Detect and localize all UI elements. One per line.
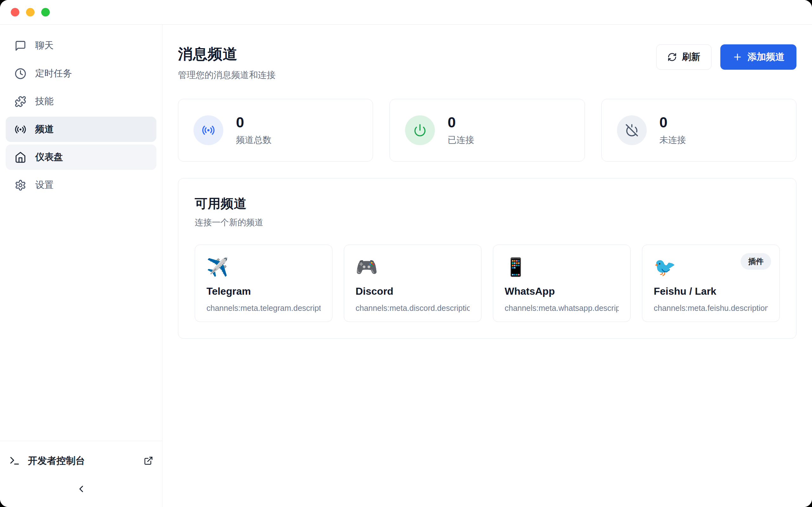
channel-name: Feishu / Lark xyxy=(654,285,768,297)
main-content: 消息频道 管理您的消息频道和连接 刷新 添加频道 xyxy=(162,25,812,507)
add-channel-button-label: 添加频道 xyxy=(748,51,784,63)
sidebar: 聊天 定时任务 技能 频道 仪表盘 xyxy=(0,25,162,507)
close-window-button[interactable] xyxy=(11,8,19,16)
clock-icon xyxy=(14,68,26,79)
sidebar-item-scheduled-tasks[interactable]: 定时任务 xyxy=(6,61,156,86)
channel-card-telegram[interactable]: ✈️ Telegram channels:meta.telegram.descr… xyxy=(195,245,333,322)
telegram-airplane-emoji-icon: ✈️ xyxy=(206,258,321,276)
channel-name: Discord xyxy=(356,285,470,297)
sidebar-item-label: 设置 xyxy=(35,179,54,191)
stats-row: 0 频道总数 0 已连接 xyxy=(178,99,797,162)
stat-value: 0 xyxy=(659,114,686,130)
channel-description: channels:meta.whatsapp.description xyxy=(505,303,619,313)
sidebar-nav: 聊天 定时任务 技能 频道 仪表盘 xyxy=(0,25,162,206)
stat-value: 0 xyxy=(448,114,474,130)
stat-card-total-channels: 0 频道总数 xyxy=(178,99,373,162)
app-window: 聊天 定时任务 技能 频道 仪表盘 xyxy=(0,0,812,507)
page-subtitle: 管理您的消息频道和连接 xyxy=(178,69,275,81)
terminal-icon xyxy=(9,455,20,466)
sidebar-collapse-button[interactable] xyxy=(76,484,87,494)
stat-label: 已连接 xyxy=(448,134,474,146)
broadcast-icon xyxy=(14,124,26,135)
refresh-button-label: 刷新 xyxy=(682,51,700,63)
sidebar-item-label: 技能 xyxy=(35,95,54,108)
sidebar-item-dashboard[interactable]: 仪表盘 xyxy=(6,145,156,170)
sidebar-item-chat[interactable]: 聊天 xyxy=(6,33,156,58)
sidebar-item-label: 频道 xyxy=(35,123,54,135)
sidebar-item-settings[interactable]: 设置 xyxy=(6,172,156,198)
page-header: 消息频道 管理您的消息频道和连接 刷新 添加频道 xyxy=(178,44,797,81)
gear-icon xyxy=(14,179,26,191)
chevron-left-icon xyxy=(76,484,87,494)
stat-icon-circle xyxy=(405,115,435,145)
whatsapp-phone-emoji-icon: 📱 xyxy=(505,258,619,276)
developer-console-label: 开发者控制台 xyxy=(28,454,136,467)
stat-label: 频道总数 xyxy=(236,134,271,146)
plus-icon xyxy=(732,52,743,62)
stat-label: 未连接 xyxy=(659,134,686,146)
channel-description: channels:meta.telegram.description xyxy=(206,303,321,313)
channel-card-feishu[interactable]: 插件 🐦 Feishu / Lark channels:meta.feishu.… xyxy=(642,245,780,322)
refresh-icon xyxy=(667,52,677,62)
available-channels-section: 可用频道 连接一个新的频道 ✈️ Telegram channels:meta.… xyxy=(178,178,797,339)
sidebar-item-label: 仪表盘 xyxy=(35,151,63,164)
stat-icon-circle xyxy=(194,115,223,145)
sidebar-item-label: 定时任务 xyxy=(35,67,72,80)
section-title: 可用频道 xyxy=(195,195,780,212)
channel-name: Telegram xyxy=(206,285,321,297)
section-subtitle: 连接一个新的频道 xyxy=(195,217,780,228)
channel-card-discord[interactable]: 🎮 Discord channels:meta.discord.descript… xyxy=(344,245,481,322)
zoom-window-button[interactable] xyxy=(41,8,50,16)
refresh-button[interactable]: 刷新 xyxy=(656,44,711,70)
stat-icon-circle xyxy=(617,115,647,145)
developer-console-link[interactable]: 开发者控制台 xyxy=(9,449,153,472)
add-channel-button[interactable]: 添加频道 xyxy=(720,44,797,70)
stat-value: 0 xyxy=(236,114,271,130)
external-link-icon xyxy=(144,456,153,465)
puzzle-icon xyxy=(14,96,26,107)
broadcast-icon xyxy=(202,124,215,137)
sidebar-item-skills[interactable]: 技能 xyxy=(6,89,156,114)
sidebar-item-label: 聊天 xyxy=(35,39,54,52)
minimize-window-button[interactable] xyxy=(26,8,35,16)
page-title: 消息频道 xyxy=(178,44,275,64)
titlebar xyxy=(0,0,812,25)
discord-gamepad-emoji-icon: 🎮 xyxy=(356,258,470,276)
sidebar-item-channels[interactable]: 频道 xyxy=(6,117,156,142)
channel-description: channels:meta.feishu.description xyxy=(654,303,768,313)
channel-grid: ✈️ Telegram channels:meta.telegram.descr… xyxy=(195,245,780,322)
power-off-icon xyxy=(625,124,639,137)
sidebar-footer: 开发者控制台 xyxy=(0,441,162,507)
chat-bubble-icon xyxy=(14,40,26,52)
channel-name: WhatsApp xyxy=(505,285,619,297)
home-icon xyxy=(14,152,26,163)
stat-card-connected: 0 已连接 xyxy=(390,99,585,162)
stat-card-disconnected: 0 未连接 xyxy=(601,99,797,162)
channel-description: channels:meta.discord.description xyxy=(356,303,470,313)
plugin-badge: 插件 xyxy=(741,253,771,270)
power-icon xyxy=(413,124,426,137)
channel-card-whatsapp[interactable]: 📱 WhatsApp channels:meta.whatsapp.descri… xyxy=(493,245,630,322)
